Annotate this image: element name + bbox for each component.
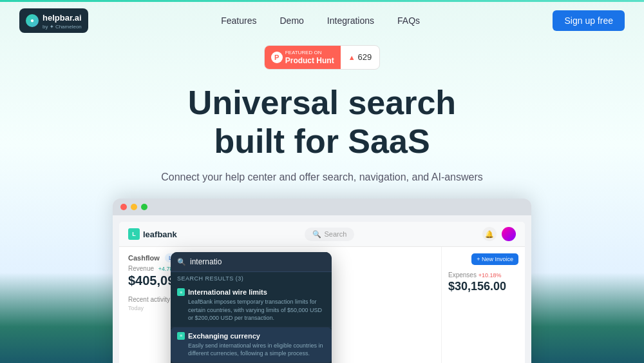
ph-featured-label: FEATURED ON — [285, 50, 322, 55]
logo-area: ● helpbar.ai by ✦ Chameleon — [19, 8, 88, 33]
nav-integrations[interactable]: Integrations — [317, 12, 384, 30]
ph-left: P FEATURED ON Product Hunt — [265, 46, 341, 69]
app-header: L leafbank 🔍 Search 🔔 — [119, 222, 525, 247]
expenses-label: Expenses — [448, 271, 477, 279]
fullscreen-dot — [141, 204, 147, 210]
logo-sub: by ✦ Chameleon — [43, 24, 82, 30]
navbar: ● helpbar.ai by ✦ Chameleon Features Dem… — [0, 2, 644, 39]
nav-demo[interactable]: Demo — [270, 12, 314, 30]
brand-icon: L — [128, 228, 140, 240]
overlay-search-text: internatio — [190, 257, 222, 266]
logo-text: helpbar.ai — [43, 13, 82, 23]
ph-featured-text: FEATURED ON Product Hunt — [285, 50, 334, 65]
revenue-label: Revenue — [128, 265, 154, 272]
logo-icon: ● — [26, 14, 39, 27]
minimize-dot — [131, 204, 137, 210]
result-1-desc: LeafBank imposes temporary transaction l… — [177, 298, 325, 322]
app-search-placeholder: Search — [324, 230, 346, 238]
cashflow-label: Cashflow — [128, 254, 160, 262]
expenses-change: +10.18% — [478, 272, 502, 279]
search-results-label: Search results (3) — [171, 272, 332, 284]
logo-badge: ● helpbar.ai by ✦ Chameleon — [19, 8, 88, 33]
window-titlebar — [113, 199, 531, 215]
app-header-right: 🔔 — [482, 227, 516, 241]
search-overlay: 🔍 internatio Search results (3) ≡ Intern… — [171, 252, 332, 363]
app-simulation: L leafbank 🔍 Search 🔔 Cashflow Last — [119, 222, 525, 363]
product-hunt-icon: P — [271, 52, 283, 63]
result-1-header: ≡ International wire limits — [177, 288, 325, 296]
search-icon: 🔍 — [312, 230, 321, 239]
expenses-amount: $30,156.00 — [448, 280, 518, 293]
preview-window: L leafbank 🔍 Search 🔔 Cashflow Last — [113, 199, 531, 363]
product-hunt-badge[interactable]: P FEATURED ON Product Hunt ▲ 629 — [264, 45, 381, 70]
nav-features[interactable]: Features — [211, 12, 267, 30]
new-invoice-button[interactable]: + New Invoice — [471, 253, 518, 265]
hero-title-line1: Universal search — [188, 84, 456, 121]
ph-arrow-icon: ▲ — [348, 54, 355, 61]
overlay-search-bar: 🔍 internatio — [171, 252, 332, 272]
brand-name: leafbank — [143, 230, 177, 239]
search-result-1[interactable]: ≡ International wire limits LeafBank imp… — [171, 284, 332, 328]
result-2-header: ≡ Exchanging currency — [177, 332, 325, 340]
app-search-bar[interactable]: 🔍 Search — [305, 228, 354, 241]
expenses-row: Expenses +10.18% — [448, 271, 518, 279]
logo-text-block: helpbar.ai by ✦ Chameleon — [43, 12, 82, 30]
ph-right: ▲ 629 — [341, 48, 380, 66]
result-1-icon: ≡ — [177, 288, 185, 296]
result-1-title: International wire limits — [188, 288, 267, 296]
app-right-panel: + New Invoice Expenses +10.18% $30,156.0… — [441, 247, 525, 363]
hero-title: Universal search built for SaaS — [188, 84, 456, 161]
nav-faqs[interactable]: FAQs — [387, 12, 430, 30]
close-dot — [120, 204, 127, 210]
signup-button[interactable]: Sign up free — [553, 10, 625, 31]
user-avatar — [502, 227, 516, 241]
ph-name: Product Hunt — [285, 56, 334, 65]
ph-votes: 629 — [358, 52, 372, 62]
overlay-search-icon: 🔍 — [177, 258, 186, 266]
search-result-2[interactable]: ≡ Exchanging currency Easily send intern… — [171, 328, 332, 363]
result-2-desc: Easily send international wires in eligi… — [177, 342, 325, 358]
hero-title-line2: built for SaaS — [214, 123, 430, 160]
hero-subtitle: Connect your help center and offer searc… — [161, 172, 483, 183]
app-body: Cashflow Last 7 days Last 30 da... Reven… — [119, 247, 525, 363]
app-brand: L leafbank — [128, 228, 177, 240]
bell-icon: 🔔 — [482, 227, 497, 241]
result-2-title: Exchanging currency — [188, 332, 260, 340]
result-2-icon: ≡ — [177, 332, 185, 340]
nav-links: Features Demo Integrations FAQs — [211, 12, 430, 30]
window-content: L leafbank 🔍 Search 🔔 Cashflow Last — [113, 215, 531, 363]
